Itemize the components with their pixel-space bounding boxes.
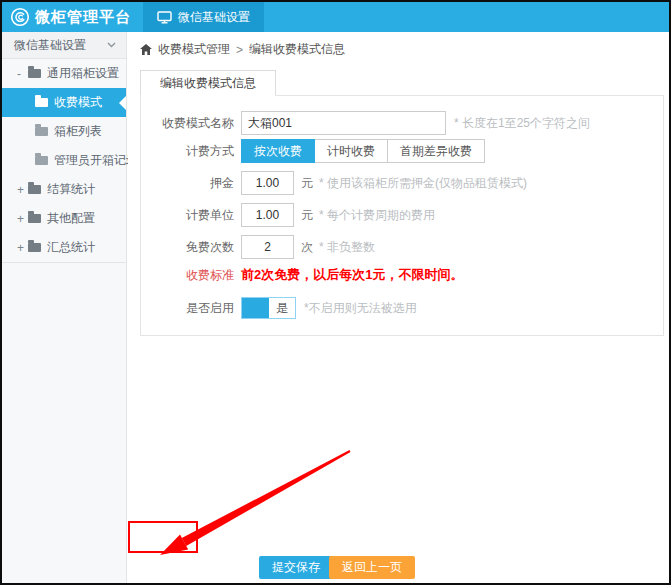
expand-plus-icon: + xyxy=(17,212,28,226)
breadcrumb: 收费模式管理 > 编辑收费模式信息 xyxy=(128,32,669,58)
name-label: 收费模式名称 xyxy=(141,115,234,132)
billing-option-per-use[interactable]: 按次收费 xyxy=(241,139,315,163)
home-icon xyxy=(140,44,152,55)
logo-area: 微柜管理平台 xyxy=(2,2,141,32)
deposit-hint: * 使用该箱柜所需押金(仅物品租赁模式) xyxy=(319,175,527,192)
folder-icon xyxy=(28,185,41,194)
toggle-state-label: 是 xyxy=(269,298,295,318)
billing-unit-input[interactable] xyxy=(241,203,294,227)
platform-title: 微柜管理平台 xyxy=(35,8,131,27)
fee-standard-text: 前2次免费，以后每次1元，不限时间。 xyxy=(241,266,463,284)
free-times-input[interactable] xyxy=(241,235,294,259)
form-row-name: 收费模式名称 * 长度在1至25个字符之间 xyxy=(141,111,663,135)
form-row-enabled: 是否启用 是 *不启用则无法被选用 xyxy=(141,296,663,320)
back-button[interactable]: 返回上一页 xyxy=(329,556,415,579)
sidebar-item-admin-open-records[interactable]: 管理员开箱记录 xyxy=(2,146,126,175)
billing-option-first-period-diff[interactable]: 首期差异收费 xyxy=(388,139,485,163)
billing-option-timed[interactable]: 计时收费 xyxy=(315,139,388,163)
header-tab-wechat-settings[interactable]: 微信基础设置 xyxy=(143,2,264,32)
breadcrumb-section[interactable]: 收费模式管理 xyxy=(158,41,230,58)
fee-standard-label: 收费标准 xyxy=(141,267,234,284)
folder-icon xyxy=(35,156,48,165)
sidebar-item-other-config[interactable]: + 其他配置 xyxy=(2,204,126,233)
edit-fee-mode-panel: 收费模式名称 * 长度在1至25个字符之间 计费方式 按次收费 计时收费 首期差… xyxy=(140,95,664,336)
chevron-down-icon xyxy=(107,42,116,48)
folder-icon xyxy=(28,243,41,252)
sidebar-item-label: 箱柜列表 xyxy=(54,123,102,140)
billing-method-group: 按次收费 计时收费 首期差异收费 xyxy=(241,139,485,163)
sidebar-item-fee-mode[interactable]: 收费模式 xyxy=(2,88,126,117)
free-times-label: 免费次数 xyxy=(141,239,234,256)
platform-logo-icon xyxy=(10,7,30,27)
free-times-hint: * 非负整数 xyxy=(319,239,375,256)
sidebar-item-general-locker-settings[interactable]: - 通用箱柜设置 xyxy=(2,59,126,88)
folder-icon xyxy=(28,69,41,78)
monitor-icon xyxy=(157,11,172,24)
breadcrumb-separator: > xyxy=(236,43,243,57)
billing-method-label: 计费方式 xyxy=(141,143,234,160)
free-times-unit: 次 xyxy=(301,239,313,256)
sidebar-item-label: 收费模式 xyxy=(54,94,102,111)
toggle-on-segment xyxy=(242,298,269,318)
folder-icon xyxy=(28,214,41,223)
billing-unit-unit: 元 xyxy=(301,207,313,224)
sidebar-group-label: 微信基础设置 xyxy=(14,37,86,54)
fee-mode-name-input[interactable] xyxy=(241,111,446,135)
form-row-free-times: 免费次数 次 * 非负整数 xyxy=(141,235,663,259)
breadcrumb-current: 编辑收费模式信息 xyxy=(249,41,345,58)
billing-unit-hint: * 每个计费周期的费用 xyxy=(319,207,435,224)
sidebar-item-label: 汇总统计 xyxy=(47,239,95,256)
sidebar-item-label: 管理员开箱记录 xyxy=(54,152,138,169)
sidebar-item-summary-stats[interactable]: + 汇总统计 xyxy=(2,233,126,262)
enabled-label: 是否启用 xyxy=(141,300,234,317)
sidebar-item-settlement-stats[interactable]: + 结算统计 xyxy=(2,175,126,204)
enabled-toggle[interactable]: 是 xyxy=(241,297,296,319)
folder-icon xyxy=(35,127,48,136)
sidebar-item-label: 结算统计 xyxy=(47,181,95,198)
deposit-label: 押金 xyxy=(141,175,234,192)
collapse-minus-icon: - xyxy=(17,67,28,81)
app-window: 微柜管理平台 微信基础设置 微信基础设置 - 通用箱柜设置 xyxy=(0,0,671,585)
form-row-billing-unit: 计费单位 元 * 每个计费周期的费用 xyxy=(141,203,663,227)
sidebar-item-locker-list[interactable]: 箱柜列表 xyxy=(2,117,126,146)
top-header: 微柜管理平台 微信基础设置 xyxy=(2,2,669,32)
expand-plus-icon: + xyxy=(17,241,28,255)
header-tab-label: 微信基础设置 xyxy=(178,9,250,26)
panel-tab-edit-fee-mode[interactable]: 编辑收费模式信息 xyxy=(140,70,276,96)
form-row-fee-standard: 收费标准 前2次免费，以后每次1元，不限时间。 xyxy=(141,263,663,287)
sidebar-group-wechat-settings[interactable]: 微信基础设置 xyxy=(2,32,126,59)
folder-icon xyxy=(35,98,48,107)
sidebar-item-label: 其他配置 xyxy=(47,210,95,227)
deposit-unit: 元 xyxy=(301,175,313,192)
sidebar: 微信基础设置 - 通用箱柜设置 收费模式 箱柜列表 管理员开箱记录 xyxy=(2,32,127,583)
submit-save-button[interactable]: 提交保存 xyxy=(259,556,333,579)
sidebar-item-label: 通用箱柜设置 xyxy=(47,65,119,82)
form-row-deposit: 押金 元 * 使用该箱柜所需押金(仅物品租赁模式) xyxy=(141,171,663,195)
enabled-hint: *不启用则无法被选用 xyxy=(304,300,417,317)
deposit-input[interactable] xyxy=(241,171,294,195)
expand-plus-icon: + xyxy=(17,183,28,197)
name-hint: * 长度在1至25个字符之间 xyxy=(454,115,590,132)
sidebar-menu: - 通用箱柜设置 收费模式 箱柜列表 管理员开箱记录 + 结算统计 xyxy=(2,59,126,263)
billing-unit-label: 计费单位 xyxy=(141,207,234,224)
selected-item-notch xyxy=(119,96,126,110)
form-row-billing-method: 计费方式 按次收费 计时收费 首期差异收费 xyxy=(141,139,663,163)
main-content: 收费模式管理 > 编辑收费模式信息 编辑收费模式信息 收费模式名称 * 长度在1… xyxy=(128,32,669,583)
